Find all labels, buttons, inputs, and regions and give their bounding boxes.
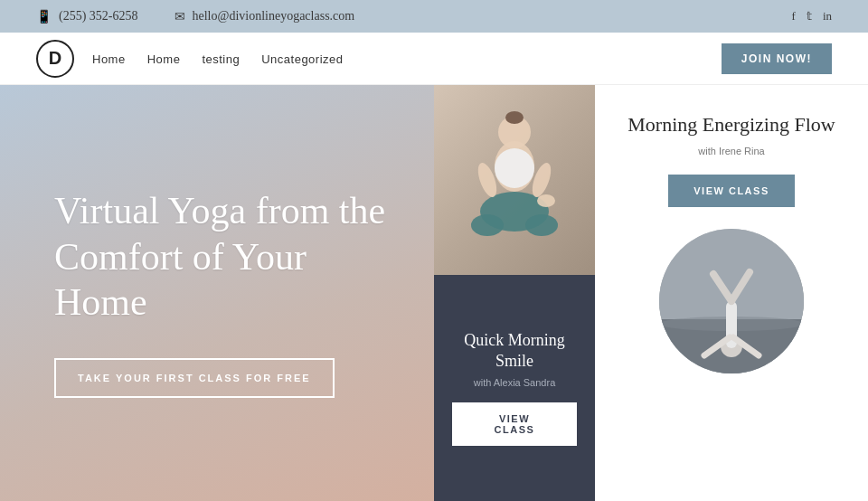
nav-item-home1[interactable]: Home bbox=[92, 51, 126, 67]
dark-card-instructor: with Alexia Sandra bbox=[474, 377, 556, 388]
twitter-icon[interactable]: 𝕥 bbox=[807, 9, 812, 24]
right-card-title: Morning Energizing Flow bbox=[627, 112, 835, 138]
linkedin-icon[interactable]: in bbox=[823, 9, 832, 24]
phone-contact: 📱 (255) 352-6258 bbox=[36, 9, 138, 24]
circle-yoga-image bbox=[659, 229, 804, 373]
svg-point-3 bbox=[495, 148, 534, 188]
hero-center-panel: Quick Morning Smile with Alexia Sandra V… bbox=[434, 85, 595, 501]
navbar: D Home Home testing Uncategorized Join N… bbox=[0, 33, 868, 85]
nav-link-home2[interactable]: Home bbox=[147, 52, 181, 66]
right-card-view-button[interactable]: View Class bbox=[668, 175, 794, 207]
svg-point-2 bbox=[505, 111, 524, 124]
dark-card-title: Quick Morning Smile bbox=[452, 330, 577, 373]
join-now-button[interactable]: Join Now! bbox=[722, 43, 832, 74]
hero-right-panel: Morning Energizing Flow with Irene Rina … bbox=[595, 85, 868, 501]
yoga-image-top bbox=[434, 85, 595, 275]
email-address: hello@divionlineyogaclass.com bbox=[193, 9, 355, 24]
hero-title: Virtual Yoga from the Comfort of Your Ho… bbox=[54, 188, 389, 325]
social-links: f 𝕥 in bbox=[792, 9, 832, 24]
nav-links: Home Home testing Uncategorized bbox=[92, 51, 344, 67]
phone-number: (255) 352-6258 bbox=[59, 9, 138, 24]
svg-point-9 bbox=[537, 194, 555, 207]
top-bar: 📱 (255) 352-6258 ✉ hello@divionlineyogac… bbox=[0, 0, 868, 33]
dark-card-view-button[interactable]: View Class bbox=[452, 402, 577, 446]
email-contact: ✉ hello@divionlineyogaclass.com bbox=[175, 9, 355, 24]
hero-left-panel: Virtual Yoga from the Comfort of Your Ho… bbox=[0, 85, 434, 501]
svg-point-6 bbox=[525, 214, 558, 236]
dark-class-card: Quick Morning Smile with Alexia Sandra V… bbox=[434, 275, 595, 501]
nav-link-testing[interactable]: testing bbox=[202, 52, 240, 66]
svg-point-5 bbox=[471, 214, 504, 236]
circle-photo-placeholder bbox=[659, 229, 804, 373]
hero-section: Virtual Yoga from the Comfort of Your Ho… bbox=[0, 85, 868, 501]
nav-link-home1[interactable]: Home bbox=[92, 52, 126, 66]
hero-cta-button[interactable]: Take Your First Class For Free bbox=[54, 358, 335, 398]
email-icon: ✉ bbox=[175, 9, 185, 24]
right-card-instructor: with Irene Rina bbox=[698, 146, 764, 156]
yoga-sitting-figure bbox=[460, 94, 569, 266]
site-logo[interactable]: D bbox=[36, 40, 74, 78]
nav-item-home2[interactable]: Home bbox=[147, 51, 181, 67]
nav-item-testing[interactable]: testing bbox=[202, 51, 240, 67]
facebook-icon[interactable]: f bbox=[792, 9, 796, 24]
nav-item-uncategorized[interactable]: Uncategorized bbox=[261, 51, 343, 67]
nav-link-uncategorized[interactable]: Uncategorized bbox=[261, 52, 343, 66]
yoga-beach-figure bbox=[659, 229, 804, 373]
yoga-photo-placeholder bbox=[434, 85, 595, 275]
phone-icon: 📱 bbox=[36, 9, 52, 24]
